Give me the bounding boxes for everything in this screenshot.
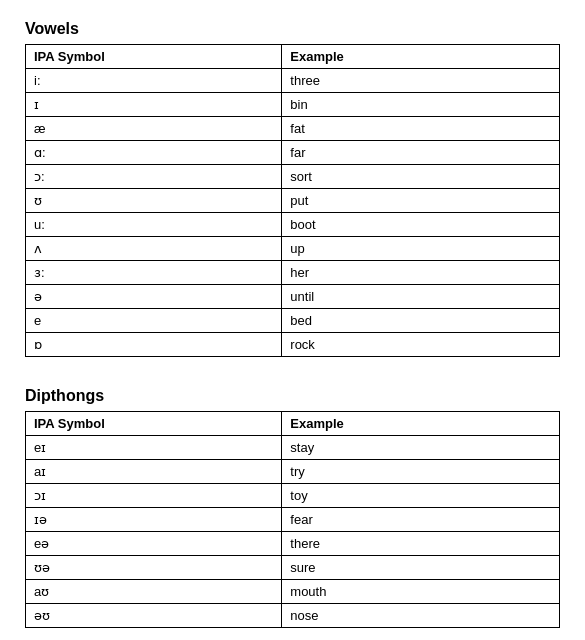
vowels-section: Vowels IPA Symbol Example i: three ɪ bin… — [25, 20, 560, 357]
vowels-table: IPA Symbol Example i: three ɪ bin æ fat … — [25, 44, 560, 357]
list-item: aʊ — [26, 580, 282, 604]
table-row: ʊə sure — [26, 556, 560, 580]
table-row: ɔɪ toy — [26, 484, 560, 508]
vowels-col1-header: IPA Symbol — [26, 45, 282, 69]
list-item: try — [282, 460, 560, 484]
list-item: her — [282, 261, 560, 285]
list-item: əʊ — [26, 604, 282, 628]
table-row: ʌ up — [26, 237, 560, 261]
table-row: ɑ: far — [26, 141, 560, 165]
list-item: sort — [282, 165, 560, 189]
list-item: æ — [26, 117, 282, 141]
list-item: nose — [282, 604, 560, 628]
list-item: eə — [26, 532, 282, 556]
list-item: until — [282, 285, 560, 309]
list-item: ɪ — [26, 93, 282, 117]
list-item: ɪə — [26, 508, 282, 532]
list-item: e — [26, 309, 282, 333]
table-row: æ fat — [26, 117, 560, 141]
list-item: ʌ — [26, 237, 282, 261]
list-item: boot — [282, 213, 560, 237]
list-item: ɜ: — [26, 261, 282, 285]
dipthongs-table: IPA Symbol Example eɪ stay aɪ try ɔɪ toy… — [25, 411, 560, 628]
table-row: e bed — [26, 309, 560, 333]
table-row: ɪ bin — [26, 93, 560, 117]
list-item: eɪ — [26, 436, 282, 460]
vowels-header-row: IPA Symbol Example — [26, 45, 560, 69]
list-item: there — [282, 532, 560, 556]
list-item: bed — [282, 309, 560, 333]
table-row: ɜ: her — [26, 261, 560, 285]
table-row: əʊ nose — [26, 604, 560, 628]
list-item: up — [282, 237, 560, 261]
table-row: i: three — [26, 69, 560, 93]
list-item: ʊ — [26, 189, 282, 213]
list-item: three — [282, 69, 560, 93]
list-item: ʊə — [26, 556, 282, 580]
vowels-title: Vowels — [25, 20, 560, 38]
list-item: ɒ — [26, 333, 282, 357]
dipthongs-col2-header: Example — [282, 412, 560, 436]
table-row: ə until — [26, 285, 560, 309]
list-item: bin — [282, 93, 560, 117]
table-row: aʊ mouth — [26, 580, 560, 604]
list-item: sure — [282, 556, 560, 580]
list-item: u: — [26, 213, 282, 237]
table-row: aɪ try — [26, 460, 560, 484]
list-item: i: — [26, 69, 282, 93]
list-item: aɪ — [26, 460, 282, 484]
list-item: ɑ: — [26, 141, 282, 165]
list-item: far — [282, 141, 560, 165]
list-item: rock — [282, 333, 560, 357]
list-item: mouth — [282, 580, 560, 604]
table-row: ɒ rock — [26, 333, 560, 357]
table-row: eə there — [26, 532, 560, 556]
list-item: stay — [282, 436, 560, 460]
list-item: toy — [282, 484, 560, 508]
list-item: ə — [26, 285, 282, 309]
list-item: ɔ: — [26, 165, 282, 189]
list-item: put — [282, 189, 560, 213]
list-item: fear — [282, 508, 560, 532]
table-row: eɪ stay — [26, 436, 560, 460]
dipthongs-section: Dipthongs IPA Symbol Example eɪ stay aɪ … — [25, 387, 560, 628]
dipthongs-col1-header: IPA Symbol — [26, 412, 282, 436]
list-item: fat — [282, 117, 560, 141]
vowels-col2-header: Example — [282, 45, 560, 69]
dipthongs-header-row: IPA Symbol Example — [26, 412, 560, 436]
dipthongs-title: Dipthongs — [25, 387, 560, 405]
table-row: ɪə fear — [26, 508, 560, 532]
list-item: ɔɪ — [26, 484, 282, 508]
table-row: u: boot — [26, 213, 560, 237]
table-row: ʊ put — [26, 189, 560, 213]
table-row: ɔ: sort — [26, 165, 560, 189]
